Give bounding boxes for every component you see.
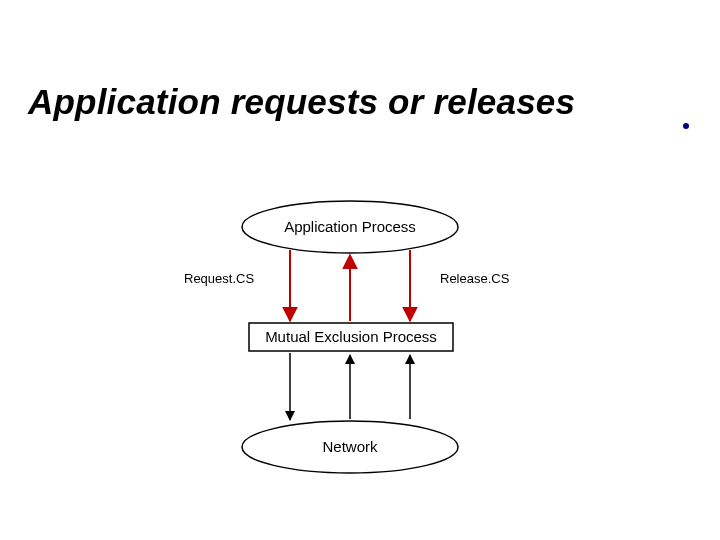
diagram-canvas: Application Process Mutual Exclusion Pro…: [0, 0, 720, 540]
application-process-node: Application Process: [242, 201, 458, 253]
mutual-exclusion-label: Mutual Exclusion Process: [265, 328, 437, 345]
network-node: Network: [242, 421, 458, 473]
application-process-label: Application Process: [284, 218, 416, 235]
release-cs-label: Release.CS: [440, 271, 510, 286]
network-label: Network: [322, 438, 378, 455]
mutual-exclusion-node: Mutual Exclusion Process: [249, 323, 453, 351]
request-cs-label: Request.CS: [184, 271, 254, 286]
